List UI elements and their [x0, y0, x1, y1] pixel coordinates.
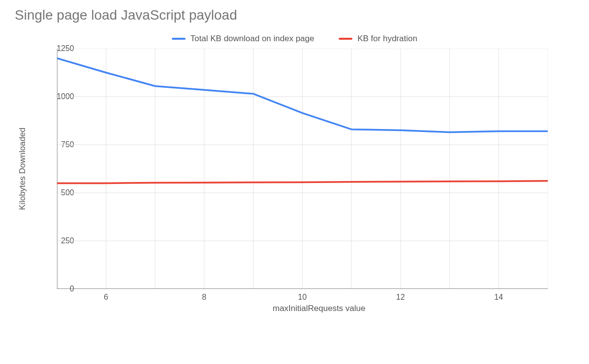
plot-svg	[57, 49, 548, 289]
legend-item: Total KB download on index page	[172, 34, 314, 44]
x-ticks: 68101214	[57, 293, 548, 303]
x-tick-label: 10	[298, 293, 307, 302]
x-tick-label: 6	[104, 293, 108, 302]
x-tick-label: 14	[494, 293, 503, 302]
legend-item: KB for hydration	[339, 34, 417, 44]
y-axis-label: Kilobytes Downloaded	[15, 128, 27, 210]
chart-title: Single page load JavaScript payload	[15, 7, 574, 23]
legend-label: Total KB download on index page	[190, 34, 314, 44]
legend-swatch-blue	[172, 38, 186, 40]
x-tick-label: 8	[202, 293, 207, 302]
legend-swatch-red	[339, 38, 352, 40]
x-tick-label: 12	[396, 293, 405, 302]
x-axis-label: maxInitialRequests value	[64, 304, 574, 313]
legend: Total KB download on index page KB for h…	[15, 34, 574, 44]
plot-area	[57, 49, 548, 289]
chart-container: Single page load JavaScript payload Tota…	[15, 7, 574, 313]
legend-label: KB for hydration	[357, 34, 417, 44]
